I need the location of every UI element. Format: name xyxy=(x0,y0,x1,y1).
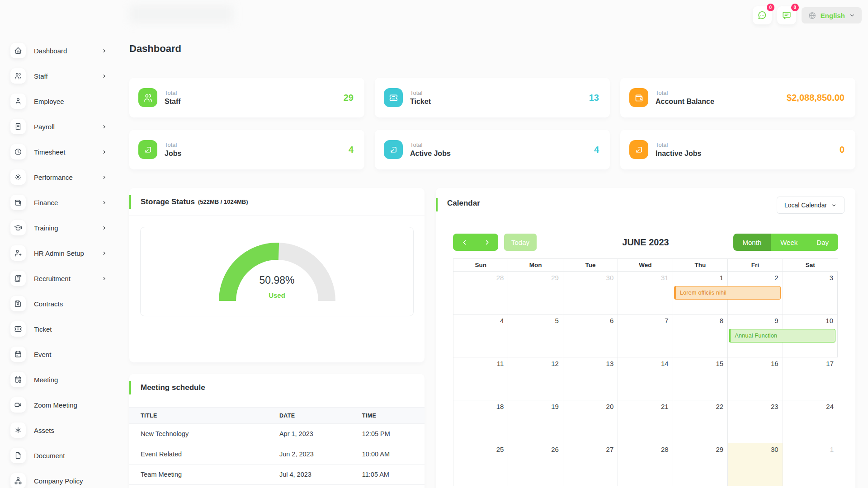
calendar-day-cell-12[interactable]: 12 xyxy=(508,357,563,400)
storage-status-title: Storage Status xyxy=(141,197,195,206)
calendar-day-cell-8[interactable]: 8 xyxy=(673,314,728,357)
chevron-down-icon xyxy=(831,202,837,208)
screen-share-icon xyxy=(384,140,403,159)
sidebar-item-meeting[interactable]: Meeting xyxy=(0,367,118,392)
sidebar-item-performance[interactable]: Performance xyxy=(0,164,118,190)
calendar-day-cell-22[interactable]: 22 xyxy=(673,400,728,443)
header-actions: 0 0 English xyxy=(753,6,862,24)
ticket-icon xyxy=(10,321,26,337)
calendar-day-cell-28[interactable]: 28 xyxy=(453,272,508,314)
sidebar-item-finance[interactable]: Finance xyxy=(0,190,118,215)
stat-cards-grid: TotalStaff29TotalTicket13TotalAccount Ba… xyxy=(129,78,855,169)
calendar-day-cell-28[interactable]: 28 xyxy=(618,443,673,486)
chevron-right-icon xyxy=(102,225,107,230)
sidebar-item-hr-admin-setup[interactable]: HR Admin Setup xyxy=(0,240,118,266)
calendar-view-week-button[interactable]: Week xyxy=(771,234,807,251)
calendar-day-cell-7[interactable]: 7 xyxy=(618,314,673,357)
sidebar-item-employee[interactable]: Employee xyxy=(0,89,118,114)
calendar-day-cell-6[interactable]: 6 xyxy=(563,314,618,357)
calendar-day-cell-18[interactable]: 18 xyxy=(453,400,508,443)
sidebar-item-label: Meeting xyxy=(34,376,58,384)
storage-status-header: Storage Status (522MB / 1024MB) xyxy=(129,188,425,216)
calendar-day-cell-16[interactable]: 16 xyxy=(728,357,783,400)
stat-card-staff: TotalStaff29 xyxy=(129,78,364,117)
page-title: Dashboard xyxy=(129,43,181,55)
calendar-day-cell-14[interactable]: 14 xyxy=(618,357,673,400)
sidebar-item-ticket[interactable]: Ticket xyxy=(0,316,118,342)
calendar-day-cell-5[interactable]: 5 xyxy=(508,314,563,357)
table-row: Team MeetingJul 4, 202311:05 AM xyxy=(129,465,425,485)
sidebar-item-event[interactable]: Event xyxy=(0,342,118,367)
messages-button[interactable]: 0 xyxy=(753,6,772,24)
stat-card-label: Inactive Jobs xyxy=(656,150,701,158)
today-button[interactable]: Today xyxy=(504,234,537,251)
calendar-day-cell-17[interactable]: 17 xyxy=(783,357,838,400)
sidebar-item-label: Performance xyxy=(34,174,73,181)
table-cell: Event Related xyxy=(129,444,268,465)
stat-card-label: Ticket xyxy=(410,98,431,106)
calendar-day-cell-15[interactable]: 15 xyxy=(673,357,728,400)
sidebar-item-staff[interactable]: Staff xyxy=(0,63,118,89)
column-header-time: TIME xyxy=(351,408,425,424)
calendar-day-cell-3[interactable]: 3 xyxy=(783,272,838,314)
receipt-icon xyxy=(10,119,26,134)
calendar-day-cell-31[interactable]: 31 xyxy=(618,272,673,314)
table-cell: 12:05 PM xyxy=(351,424,425,444)
calendar-view-day-button[interactable]: Day xyxy=(807,234,838,251)
calendar-source-value: Local Calendar xyxy=(784,202,827,209)
users-icon xyxy=(138,88,157,107)
graduation-cap-icon xyxy=(10,220,26,235)
calendar-view-month-button[interactable]: Month xyxy=(733,234,771,251)
sidebar-item-recruitment[interactable]: Recruitment xyxy=(0,266,118,291)
chevron-right-icon xyxy=(102,74,107,79)
meeting-schedule-title: Meeting schedule xyxy=(141,383,205,392)
notifications-button[interactable]: 0 xyxy=(777,6,796,24)
calendar-source-select[interactable]: Local Calendar xyxy=(777,197,844,214)
calendar-day-cell-25[interactable]: 25 xyxy=(453,443,508,486)
sidebar-item-company-policy[interactable]: Company Policy xyxy=(0,468,118,488)
calendar-day-cell-29[interactable]: 29 xyxy=(673,443,728,486)
calendar-header: Calendar Local Calendar xyxy=(436,188,855,208)
stat-card-label: Staff xyxy=(165,98,181,106)
calendar-day-cell-27[interactable]: 27 xyxy=(563,443,618,486)
calendar-event[interactable]: Annual Function xyxy=(729,329,835,343)
calendar-day-cell-1[interactable]: 1 xyxy=(783,443,838,486)
sidebar-item-assets[interactable]: Assets xyxy=(0,418,118,443)
asterisk-icon xyxy=(10,422,26,438)
language-selector[interactable]: English xyxy=(802,7,862,23)
sidebar-item-label: Zoom Meeting xyxy=(34,401,77,409)
sidebar-item-dashboard[interactable]: Dashboard xyxy=(0,38,118,63)
calendar-day-cell-30[interactable]: 30 xyxy=(728,443,783,486)
sidebar-item-document[interactable]: Document xyxy=(0,443,118,468)
sidebar-item-training[interactable]: Training xyxy=(0,215,118,240)
ticket-icon xyxy=(384,88,403,107)
calendar-day-cell-21[interactable]: 21 xyxy=(618,400,673,443)
calendar-day-cell-13[interactable]: 13 xyxy=(563,357,618,400)
column-header-title: TITLE xyxy=(129,408,268,424)
calendar-day-cell-24[interactable]: 24 xyxy=(783,400,838,443)
calendar-day-cell-11[interactable]: 11 xyxy=(453,357,508,400)
calendar-day-header-sun: Sun xyxy=(453,259,508,271)
calendar-day-cell-26[interactable]: 26 xyxy=(508,443,563,486)
calendar-day-cell-4[interactable]: 4 xyxy=(453,314,508,357)
sidebar-item-zoom-meeting[interactable]: Zoom Meeting xyxy=(0,392,118,418)
calendar-event[interactable]: Lorem officiis nihil xyxy=(674,286,781,300)
users-icon xyxy=(10,68,26,84)
calendar-day-cell-19[interactable]: 19 xyxy=(508,400,563,443)
calendar-day-cell-23[interactable]: 23 xyxy=(728,400,783,443)
chevron-right-icon xyxy=(102,150,107,155)
prev-month-button[interactable] xyxy=(453,234,476,251)
sidebar-item-payroll[interactable]: Payroll xyxy=(0,114,118,139)
sidebar-item-contracts[interactable]: Contracts xyxy=(0,291,118,316)
chevron-right-icon xyxy=(102,175,107,180)
sidebar-item-label: Contracts xyxy=(34,300,63,308)
next-month-button[interactable] xyxy=(476,234,498,251)
sidebar-item-timesheet[interactable]: Timesheet xyxy=(0,139,118,164)
storage-gauge-panel: 50.98% Used xyxy=(140,227,414,316)
calendar-day-cell-29[interactable]: 29 xyxy=(508,272,563,314)
stat-card-value: 13 xyxy=(589,93,599,103)
calendar-day-cell-30[interactable]: 30 xyxy=(563,272,618,314)
calendar-day-cell-20[interactable]: 20 xyxy=(563,400,618,443)
calendar-week-row: 11121314151617 xyxy=(453,357,838,400)
calendar-title: Calendar xyxy=(447,199,480,207)
